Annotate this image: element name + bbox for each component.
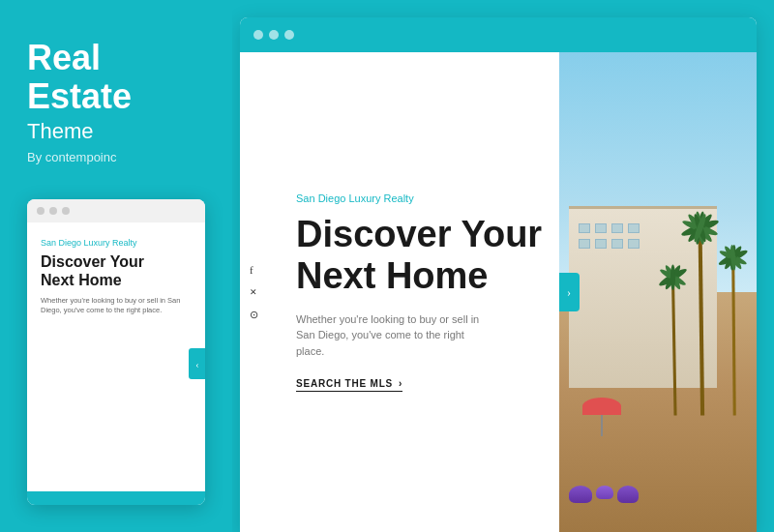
flower-cluster	[617, 486, 639, 503]
main-browser-content: f ✕ ⊙ San Diego Luxury Realty Discover Y…	[240, 52, 757, 532]
main-browser-bar	[240, 17, 757, 52]
theme-title-text: Real Estate	[27, 39, 205, 115]
flower-cluster	[596, 486, 613, 499]
main-area: f ✕ ⊙ San Diego Luxury Realty Discover Y…	[232, 0, 774, 532]
main-site-label: San Diego Luxury Realty	[296, 192, 559, 204]
svg-line-9	[733, 257, 735, 415]
window	[611, 223, 623, 233]
main-dot-3	[284, 30, 294, 40]
umbrella-top	[582, 398, 621, 415]
main-browser: f ✕ ⊙ San Diego Luxury Realty Discover Y…	[240, 17, 757, 532]
main-heading: Discover Your Next Home	[296, 214, 559, 298]
mini-browser-content: San Diego Luxury Realty Discover Your Ne…	[27, 222, 205, 505]
window	[579, 223, 590, 233]
theme-subtitle: Theme	[27, 119, 205, 144]
svg-line-0	[700, 228, 702, 416]
twitter-icon[interactable]: ✕	[250, 287, 258, 297]
flower-clusters	[569, 486, 639, 503]
umbrella-pole	[601, 415, 603, 436]
social-icons: f ✕ ⊙	[250, 264, 258, 321]
window	[579, 239, 590, 249]
mini-dot-3	[62, 207, 70, 215]
mini-browser-bar	[27, 199, 205, 222]
theme-title: Real Estate Theme By contempoinc	[27, 39, 205, 199]
main-left-panel: f ✕ ⊙ San Diego Luxury Realty Discover Y…	[240, 52, 559, 532]
theme-by: By contempoinc	[27, 150, 205, 164]
palm-trees	[648, 52, 757, 532]
mini-dot-1	[37, 207, 45, 215]
window	[595, 223, 607, 233]
mini-browser-preview: San Diego Luxury Realty Discover Your Ne…	[27, 199, 205, 505]
window	[595, 239, 607, 249]
mini-body-text: Whether you're looking to buy or sell in…	[41, 296, 192, 316]
mini-dot-2	[49, 207, 57, 215]
main-dot-2	[269, 30, 279, 40]
mini-heading: Discover Your Next Home	[41, 252, 192, 289]
facebook-icon[interactable]: f	[250, 264, 258, 276]
svg-point-21	[670, 264, 675, 290]
window	[628, 223, 640, 233]
search-arrow-icon: ›	[399, 378, 402, 389]
mini-site-label: San Diego Luxury Realty	[41, 238, 192, 248]
flower-cluster	[569, 486, 592, 503]
main-dot-1	[253, 30, 263, 40]
mini-teal-bar	[27, 491, 205, 505]
umbrella	[582, 398, 621, 436]
window	[611, 239, 623, 249]
main-right-image-panel: ›	[559, 52, 757, 532]
beach-scene: ›	[559, 52, 757, 532]
window	[628, 239, 640, 249]
main-body-text: Whether you're looking to buy or sell in…	[296, 311, 490, 360]
main-prev-arrow-button[interactable]: ›	[559, 273, 580, 311]
search-mls-button[interactable]: SEARCH THE MLS ›	[296, 378, 402, 392]
sidebar: Real Estate Theme By contempoinc San Die…	[0, 0, 232, 532]
mini-prev-arrow-button[interactable]: ‹	[189, 348, 205, 379]
instagram-icon[interactable]: ⊙	[250, 309, 258, 321]
svg-line-16	[672, 278, 675, 416]
